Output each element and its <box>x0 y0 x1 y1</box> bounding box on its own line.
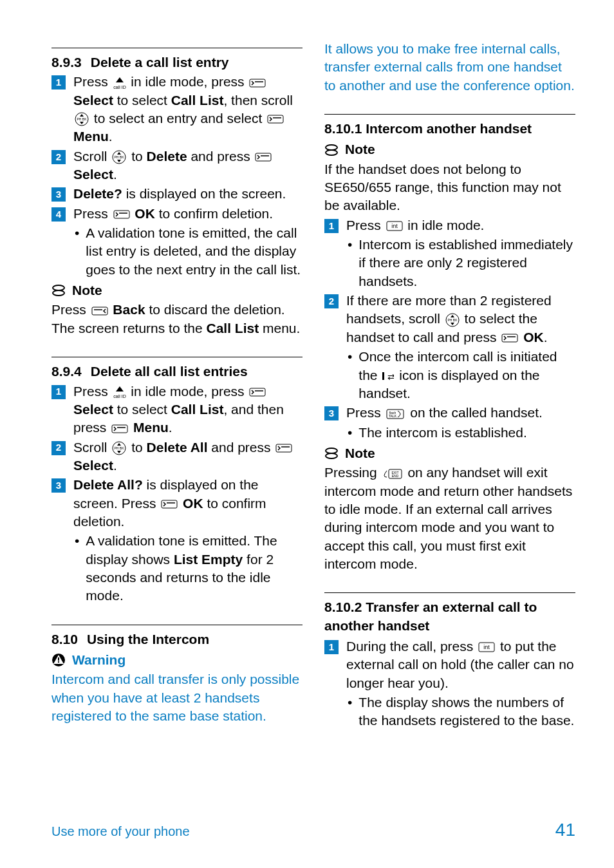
softkey-left-icon <box>111 424 128 433</box>
step-2: 2 If there are more than 2 registered ha… <box>324 292 575 346</box>
softkey-left-icon <box>113 210 130 219</box>
left-column: 8.9.3 Delete a call list entry 1 Press i… <box>51 39 302 792</box>
step-badge: 1 <box>324 640 339 654</box>
bullet-item: Once the intercom call is initiated the … <box>324 348 575 402</box>
end-key-icon <box>382 469 403 479</box>
warning-icon <box>51 653 66 667</box>
softkey-left-icon <box>249 79 266 88</box>
step-badge: 3 <box>51 478 66 493</box>
softkey-left-icon <box>267 115 284 124</box>
note-icon <box>324 144 339 156</box>
heading-title: Delete a call list entry <box>91 53 229 71</box>
softkey-left-icon <box>161 500 178 509</box>
softkey-left-icon <box>255 153 272 162</box>
step-1: 1 During the call, press to put the exte… <box>324 637 575 692</box>
note-row: Note <box>324 444 575 462</box>
step-badge: 4 <box>51 207 66 222</box>
note-body: Pressing on any handset will exit interc… <box>324 464 575 573</box>
up-call-id-icon <box>113 76 126 90</box>
step-2: 2 Scroll to Delete and press Select. <box>51 147 302 184</box>
heading-title: Delete all call list entries <box>91 363 248 381</box>
bullet-item: A validation tone is emitted. The displa… <box>51 532 302 605</box>
heading-title: Using the Intercom <box>87 630 209 648</box>
note-row: Note <box>324 140 575 158</box>
warning-row: Warning <box>51 651 302 669</box>
note-row: Note <box>51 281 302 299</box>
note-icon <box>324 447 339 460</box>
step-1: 1 Press in idle mode. <box>324 216 575 234</box>
note-icon <box>51 284 66 297</box>
bullet-item: The intercom is established. <box>324 424 575 442</box>
softkey-left-icon <box>249 388 266 397</box>
page-number: 41 <box>555 818 575 842</box>
int-key-icon <box>386 221 403 231</box>
page-footer: Use more of your phone 41 <box>51 792 575 842</box>
right-column: It allows you to make free internal call… <box>324 39 575 792</box>
softkey-left-icon <box>275 444 292 453</box>
intro-text: It allows you to make free internal call… <box>324 40 575 95</box>
up-call-id-icon <box>113 385 126 399</box>
softkey-left-icon <box>501 334 518 343</box>
step-badge: 1 <box>324 219 339 233</box>
heading-title: 8.10.1 Intercom another handset <box>324 120 575 138</box>
bullet-item: A validation tone is emitted, the call l… <box>51 224 302 279</box>
step-badge: 1 <box>51 385 66 399</box>
step-badge: 3 <box>324 406 339 420</box>
nav-circle-icon <box>75 112 89 126</box>
nav-circle-icon <box>445 313 460 327</box>
content-columns: 8.9.3 Delete a call list entry 1 Press i… <box>51 39 575 792</box>
step-badge: 1 <box>51 75 66 90</box>
heading-title: 8.10.2 Transfer an external call to anot… <box>324 598 575 635</box>
bullet-item: The display shows the numbers of the han… <box>324 693 575 730</box>
heading-num: 8.9.4 <box>51 363 82 381</box>
int-key-icon <box>478 642 495 652</box>
talk-key-icon <box>386 409 405 419</box>
softkey-right-icon <box>91 307 108 316</box>
step-3: 3 Press on the called handset. <box>324 404 575 422</box>
nav-circle-icon <box>112 150 126 164</box>
step-2: 2 Scroll to Delete All and press Select. <box>51 439 302 475</box>
intercom-icon <box>382 371 394 381</box>
bullet-item: Intercom is established immediately if t… <box>324 236 575 290</box>
heading-num: 8.10 <box>51 630 78 648</box>
footer-section-title: Use more of your phone <box>51 823 190 840</box>
step-3: 3 Delete All? is displayed on the screen… <box>51 476 302 531</box>
step-3: 3 Delete? is displayed on the screen. <box>51 185 302 203</box>
step-badge: 3 <box>51 187 66 202</box>
step-badge: 2 <box>51 441 66 455</box>
step-1: 1 Press in idle mode, press Select to se… <box>51 382 302 437</box>
step-badge: 2 <box>51 150 66 164</box>
heading-num: 8.9.3 <box>51 53 82 71</box>
note-body: Press Back to discard the deletion. The … <box>51 301 302 337</box>
warning-body: Intercom and call transfer is only possi… <box>51 670 302 725</box>
step-4: 4 Press OK to confirm deletion. <box>51 205 302 223</box>
step-1: 1 Press in idle mode, press Select to se… <box>51 73 302 146</box>
step-badge: 2 <box>324 294 339 308</box>
nav-circle-icon <box>112 441 126 455</box>
note-body: If the handset does not belong to SE650/… <box>324 160 575 215</box>
